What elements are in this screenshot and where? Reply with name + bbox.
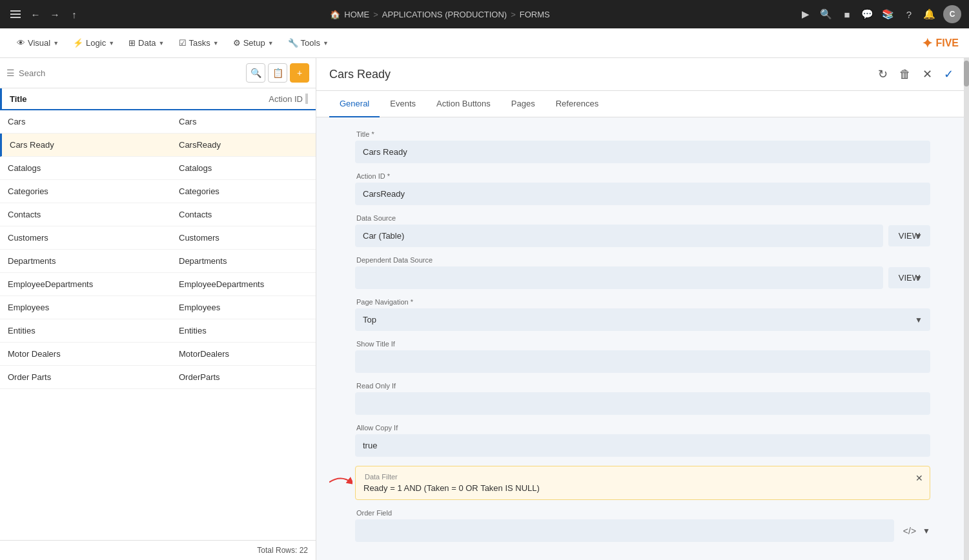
order-field-label: Order Field [355,509,930,517]
table-row[interactable]: CustomersCustomers [0,226,316,250]
panel-header: Cars Ready ↻ 🗑 ✕ ✓ [316,58,969,91]
delete-btn[interactable]: 🗑 [897,65,913,84]
data-source-label: Data Source [355,214,930,222]
page-nav-label-text: Page Navigation * [356,298,413,306]
allow-copy-if-label: Allow Copy If [355,424,930,432]
tools-label: Tools [301,38,320,48]
dependent-label: Dependent Data Source [355,256,930,264]
help-icon[interactable]: ? [902,7,916,21]
row-title: Categories [8,186,179,196]
nav-sep1: > [373,10,378,19]
forward-icon[interactable]: → [48,7,62,21]
action-id-field: Action ID * [355,172,930,205]
row-action-id: EmployeeDepartments [179,279,308,289]
tab-action-buttons[interactable]: Action Buttons [426,91,501,117]
data-filter-arrow [329,474,352,492]
search-nav-icon[interactable]: 🔍 [819,7,833,21]
read-only-if-input[interactable] [355,392,930,415]
data-source-field: Data Source Car (Table) ▼ VIEW [355,214,930,247]
search-magnify-btn[interactable]: 🔍 [246,63,265,83]
title-label-text: Title * [356,130,374,138]
col-title: Title [10,94,256,104]
show-title-if-input[interactable] [355,350,930,373]
book-icon[interactable]: 📚 [881,7,895,21]
dependent-data-source-field: Dependent Data Source ▼ VIEW [355,256,930,289]
title-input[interactable] [355,141,930,163]
tools-btn[interactable]: 🔧 Tools ▼ [281,35,335,51]
nav-forms-label[interactable]: FORMS [520,10,550,19]
table-row[interactable]: EmployeesEmployees [0,296,316,319]
nav-home-label[interactable]: HOME [344,10,369,19]
bell-icon[interactable]: 🔔 [923,7,937,21]
data-source-wrapper: Car (Table) ▼ VIEW [355,225,930,247]
row-title: Entities [8,326,179,335]
order-field-select[interactable] [355,519,894,542]
row-title: Contacts [8,210,179,219]
dependent-view-btn[interactable]: VIEW [888,267,930,288]
setup-caret: ▼ [268,40,274,46]
table-row[interactable]: Cars ReadyCarsReady [0,134,316,157]
secondary-toolbar: 👁 Visual ▼ ⚡ Logic ▼ ⊞ Data ▼ ☑ Tasks ▼ … [0,28,969,58]
data-label: Data [138,38,156,48]
action-id-input[interactable] [355,183,930,205]
table-row[interactable]: EmployeeDepartmentsEmployeeDepartments [0,273,316,296]
close-panel-btn[interactable]: ✕ [920,65,935,84]
row-action-id: Contacts [179,210,308,219]
total-rows: Total Rows: 22 [257,546,308,555]
nav-applications-label[interactable]: APPLICATIONS (PRODUCTION) [382,10,507,19]
row-action-id: Departments [179,256,308,266]
table-row[interactable]: CatalogsCatalogs [0,157,316,180]
table-row[interactable]: CategoriesCategories [0,180,316,203]
back-icon[interactable]: ← [28,7,43,21]
tab-general[interactable]: General [329,91,380,117]
chat-icon[interactable]: 💬 [861,7,875,21]
dependent-select[interactable] [355,266,883,289]
panel-actions: ↻ 🗑 ✕ ✓ [875,65,956,84]
order-field-field: Order Field </> ▼ [355,509,930,542]
table-row[interactable]: Motor DealersMotorDealers [0,343,316,366]
title-field: Title * [355,130,930,163]
hamburger-menu[interactable] [8,8,23,21]
tools-caret: ▼ [323,40,329,46]
back-panel-btn[interactable]: ↻ [875,65,890,84]
table-row[interactable]: EntitiesEntities [0,319,316,343]
data-btn[interactable]: ⊞ Data ▼ [122,35,170,51]
search-input[interactable] [19,68,242,78]
stop-icon[interactable]: ■ [840,7,854,21]
page-nav-select[interactable]: Top [355,308,930,331]
title-label: Title * [355,130,930,138]
col-action-id: Action ID [269,94,303,104]
read-only-if-label: Read Only If [355,382,930,390]
order-field-wrapper: </> ▼ [355,519,930,542]
dependent-wrapper: ▼ VIEW [355,266,930,289]
data-source-select[interactable]: Car (Table) [355,225,883,247]
logic-btn[interactable]: ⚡ Logic ▼ [66,35,121,51]
add-btn[interactable]: + [290,63,309,83]
tab-pages[interactable]: Pages [501,91,546,117]
resize-handle[interactable] [305,94,308,104]
data-filter-close-btn[interactable]: ✕ [915,473,923,483]
confirm-btn[interactable]: ✓ [941,65,956,84]
setup-btn[interactable]: ⚙ Setup ▼ [227,35,280,51]
row-action-id: Entities [179,326,308,335]
visual-btn[interactable]: 👁 Visual ▼ [10,35,65,51]
table-row[interactable]: DepartmentsDepartments [0,250,316,273]
code-icon[interactable]: </> [903,526,916,536]
main-area: ☰ 🔍 📋 + Title Action ID CarsCarsCars Rea… [0,58,969,560]
tab-events[interactable]: Events [380,91,426,117]
avatar[interactable]: C [943,5,961,23]
allow-copy-if-input[interactable] [355,434,930,457]
row-action-id: Categories [179,186,308,196]
nav-breadcrumb: 🏠 HOME > APPLICATIONS (PRODUCTION) > FOR… [330,10,549,19]
tab-references[interactable]: References [546,91,609,117]
table-row[interactable]: Order PartsOrderParts [0,366,316,389]
play-icon[interactable]: ▶ [799,7,813,21]
table-row[interactable]: ContactsContacts [0,203,316,226]
tasks-btn[interactable]: ☑ Tasks ▼ [172,35,225,51]
right-scrollbar[interactable] [964,58,969,560]
upload-icon[interactable]: ↑ [67,7,81,21]
data-source-view-btn[interactable]: VIEW [888,225,930,246]
table-row[interactable]: CarsCars [0,110,316,134]
copy-btn[interactable]: 📋 [268,63,287,83]
table-body: CarsCarsCars ReadyCarsReadyCatalogsCatal… [0,110,316,540]
